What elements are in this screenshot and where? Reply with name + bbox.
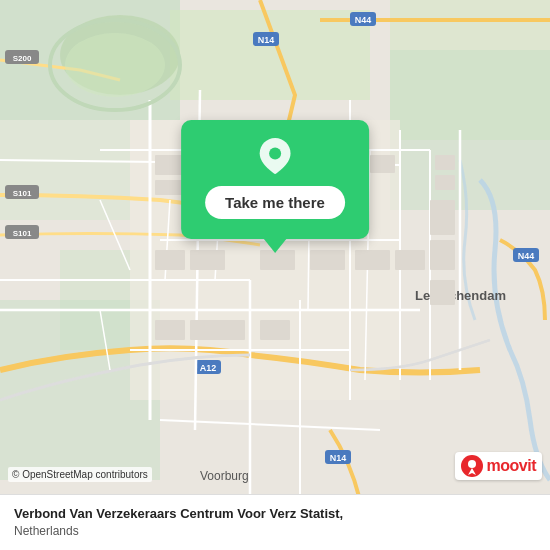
svg-rect-61 [260,250,295,270]
svg-text:S101: S101 [13,189,32,198]
svg-rect-69 [190,320,245,340]
svg-rect-57 [435,155,455,170]
svg-point-72 [65,33,165,97]
svg-rect-5 [390,50,550,210]
svg-rect-70 [260,320,290,340]
svg-rect-60 [190,250,225,270]
moovit-icon [461,455,483,477]
svg-text:N14: N14 [330,453,347,463]
moovit-logo: moovit [455,452,542,480]
moovit-text: moovit [487,457,536,475]
svg-point-78 [468,460,476,468]
svg-text:N44: N44 [518,251,535,261]
location-popup: Take me there [181,120,369,239]
svg-rect-59 [155,250,185,270]
location-title: Verbond Van Verzekeraars Centrum Voor Ve… [14,505,536,523]
svg-rect-56 [370,155,395,173]
svg-point-76 [269,147,281,159]
svg-text:N44: N44 [355,15,372,25]
map-attribution: © OpenStreetMap contributors [8,467,152,482]
svg-rect-67 [430,280,455,305]
svg-rect-63 [355,250,390,270]
svg-rect-66 [430,240,455,270]
location-pin-icon [257,138,293,174]
svg-rect-65 [430,200,455,235]
svg-rect-64 [395,250,425,270]
svg-rect-68 [155,320,185,340]
svg-rect-6 [0,120,130,220]
location-subtitle: Netherlands [14,524,536,538]
svg-text:Leidschendam: Leidschendam [415,288,506,303]
take-me-there-button[interactable]: Take me there [205,186,345,219]
svg-text:S101: S101 [13,229,32,238]
svg-text:A12: A12 [200,363,217,373]
svg-text:Voorburg: Voorburg [200,469,249,483]
svg-text:S200: S200 [13,54,32,63]
map-container: N44 N14 S200 S101 S101 A12 N14 N44 [0,0,550,550]
svg-rect-62 [310,250,345,270]
svg-rect-58 [435,175,455,190]
location-info-bar: Verbond Van Verzekeraars Centrum Voor Ve… [0,494,550,550]
svg-text:N14: N14 [258,35,275,45]
